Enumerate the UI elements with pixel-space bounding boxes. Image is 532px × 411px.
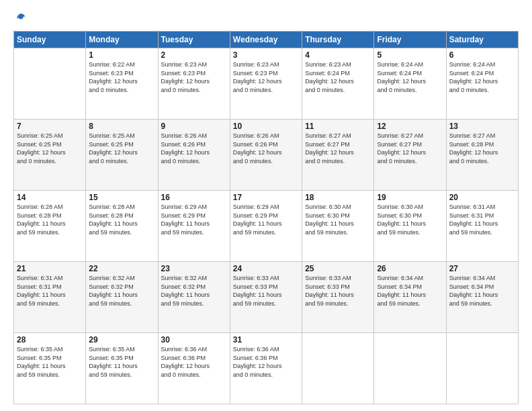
calendar-cell: 14Sunrise: 6:28 AM Sunset: 6:28 PM Dayli… — [14, 191, 86, 262]
calendar-cell — [446, 333, 518, 404]
calendar-header-tuesday: Tuesday — [158, 32, 230, 48]
calendar-week-row: 1Sunrise: 6:22 AM Sunset: 6:23 PM Daylig… — [14, 48, 519, 120]
calendar-cell: 10Sunrise: 6:26 AM Sunset: 6:26 PM Dayli… — [230, 120, 302, 191]
day-info: Sunrise: 6:29 AM Sunset: 6:29 PM Dayligh… — [161, 203, 227, 236]
calendar-cell: 12Sunrise: 6:27 AM Sunset: 6:27 PM Dayli… — [374, 120, 446, 191]
day-info: Sunrise: 6:35 AM Sunset: 6:35 PM Dayligh… — [17, 345, 83, 379]
calendar-cell: 15Sunrise: 6:28 AM Sunset: 6:28 PM Dayli… — [86, 191, 158, 262]
day-info: Sunrise: 6:34 AM Sunset: 6:34 PM Dayligh… — [377, 274, 443, 308]
day-info: Sunrise: 6:23 AM Sunset: 6:23 PM Dayligh… — [233, 60, 299, 94]
calendar-cell — [302, 333, 374, 404]
calendar-week-row: 28Sunrise: 6:35 AM Sunset: 6:35 PM Dayli… — [14, 333, 519, 404]
day-info: Sunrise: 6:28 AM Sunset: 6:28 PM Dayligh… — [89, 203, 154, 236]
day-number: 16 — [161, 193, 227, 202]
calendar-cell: 18Sunrise: 6:30 AM Sunset: 6:30 PM Dayli… — [302, 191, 374, 262]
calendar-week-row: 21Sunrise: 6:31 AM Sunset: 6:31 PM Dayli… — [14, 262, 519, 333]
calendar-cell: 28Sunrise: 6:35 AM Sunset: 6:35 PM Dayli… — [14, 333, 86, 404]
calendar-cell: 20Sunrise: 6:31 AM Sunset: 6:31 PM Dayli… — [446, 191, 518, 262]
calendar-cell: 3Sunrise: 6:23 AM Sunset: 6:23 PM Daylig… — [230, 48, 302, 120]
calendar-header-friday: Friday — [374, 32, 446, 48]
day-number: 18 — [305, 193, 371, 202]
calendar-cell: 5Sunrise: 6:24 AM Sunset: 6:24 PM Daylig… — [374, 48, 446, 120]
day-number: 9 — [161, 122, 227, 131]
day-number: 5 — [377, 50, 443, 60]
day-number: 30 — [161, 335, 227, 345]
day-number: 29 — [89, 335, 154, 345]
day-info: Sunrise: 6:32 AM Sunset: 6:32 PM Dayligh… — [89, 274, 154, 308]
day-number: 4 — [305, 50, 371, 60]
calendar-cell: 2Sunrise: 6:23 AM Sunset: 6:23 PM Daylig… — [158, 48, 230, 120]
day-info: Sunrise: 6:27 AM Sunset: 6:27 PM Dayligh… — [305, 132, 371, 165]
calendar-cell: 29Sunrise: 6:35 AM Sunset: 6:35 PM Dayli… — [86, 333, 158, 404]
day-info: Sunrise: 6:24 AM Sunset: 6:24 PM Dayligh… — [377, 60, 443, 94]
calendar-week-row: 14Sunrise: 6:28 AM Sunset: 6:28 PM Dayli… — [14, 191, 519, 262]
day-number: 13 — [449, 122, 515, 131]
calendar-header-monday: Monday — [86, 32, 158, 48]
calendar-cell: 4Sunrise: 6:23 AM Sunset: 6:24 PM Daylig… — [302, 48, 374, 120]
day-info: Sunrise: 6:25 AM Sunset: 6:25 PM Dayligh… — [89, 132, 154, 165]
day-info: Sunrise: 6:36 AM Sunset: 6:36 PM Dayligh… — [161, 345, 227, 379]
day-number: 31 — [233, 335, 299, 345]
calendar-cell: 6Sunrise: 6:24 AM Sunset: 6:24 PM Daylig… — [446, 48, 518, 120]
day-info: Sunrise: 6:22 AM Sunset: 6:23 PM Dayligh… — [89, 60, 154, 94]
day-number: 20 — [449, 193, 515, 202]
calendar-cell: 11Sunrise: 6:27 AM Sunset: 6:27 PM Dayli… — [302, 120, 374, 191]
day-info: Sunrise: 6:25 AM Sunset: 6:25 PM Dayligh… — [17, 132, 83, 165]
calendar-table: SundayMondayTuesdayWednesdayThursdayFrid… — [13, 31, 519, 404]
day-info: Sunrise: 6:35 AM Sunset: 6:35 PM Dayligh… — [89, 345, 154, 379]
day-number: 12 — [377, 122, 443, 131]
calendar-cell: 17Sunrise: 6:29 AM Sunset: 6:29 PM Dayli… — [230, 191, 302, 262]
calendar-cell: 30Sunrise: 6:36 AM Sunset: 6:36 PM Dayli… — [158, 333, 230, 404]
page: SundayMondayTuesdayWednesdayThursdayFrid… — [0, 0, 532, 411]
calendar-header-sunday: Sunday — [14, 32, 86, 48]
day-number: 26 — [377, 264, 443, 273]
calendar-cell: 9Sunrise: 6:26 AM Sunset: 6:26 PM Daylig… — [158, 120, 230, 191]
day-info: Sunrise: 6:24 AM Sunset: 6:24 PM Dayligh… — [449, 60, 515, 94]
day-info: Sunrise: 6:32 AM Sunset: 6:32 PM Dayligh… — [161, 274, 227, 308]
calendar-cell: 23Sunrise: 6:32 AM Sunset: 6:32 PM Dayli… — [158, 262, 230, 333]
day-info: Sunrise: 6:26 AM Sunset: 6:26 PM Dayligh… — [161, 132, 227, 165]
day-info: Sunrise: 6:23 AM Sunset: 6:24 PM Dayligh… — [305, 60, 371, 94]
calendar-cell: 25Sunrise: 6:33 AM Sunset: 6:33 PM Dayli… — [302, 262, 374, 333]
day-number: 7 — [17, 122, 83, 131]
calendar-cell: 21Sunrise: 6:31 AM Sunset: 6:31 PM Dayli… — [14, 262, 86, 333]
day-info: Sunrise: 6:30 AM Sunset: 6:30 PM Dayligh… — [305, 203, 371, 236]
calendar-body: 1Sunrise: 6:22 AM Sunset: 6:23 PM Daylig… — [14, 48, 519, 404]
day-info: Sunrise: 6:28 AM Sunset: 6:28 PM Dayligh… — [17, 203, 83, 236]
day-number: 15 — [89, 193, 154, 202]
logo-text — [13, 12, 27, 24]
day-number: 28 — [17, 335, 83, 345]
calendar-cell — [374, 333, 446, 404]
calendar-header-wednesday: Wednesday — [230, 32, 302, 48]
day-info: Sunrise: 6:26 AM Sunset: 6:26 PM Dayligh… — [233, 132, 299, 165]
calendar-cell: 1Sunrise: 6:22 AM Sunset: 6:23 PM Daylig… — [86, 48, 158, 120]
calendar-cell: 13Sunrise: 6:27 AM Sunset: 6:28 PM Dayli… — [446, 120, 518, 191]
day-info: Sunrise: 6:31 AM Sunset: 6:31 PM Dayligh… — [17, 274, 83, 308]
calendar-cell: 7Sunrise: 6:25 AM Sunset: 6:25 PM Daylig… — [14, 120, 86, 191]
day-number: 23 — [161, 264, 227, 273]
day-number: 2 — [161, 50, 227, 60]
day-number: 10 — [233, 122, 299, 131]
calendar-cell — [14, 48, 86, 120]
logo-bird-icon — [15, 12, 27, 24]
day-number: 21 — [17, 264, 83, 273]
day-number: 11 — [305, 122, 371, 131]
day-info: Sunrise: 6:30 AM Sunset: 6:30 PM Dayligh… — [377, 203, 443, 236]
day-info: Sunrise: 6:23 AM Sunset: 6:23 PM Dayligh… — [161, 60, 227, 94]
day-number: 14 — [17, 193, 83, 202]
day-number: 27 — [449, 264, 515, 273]
calendar-cell: 22Sunrise: 6:32 AM Sunset: 6:32 PM Dayli… — [86, 262, 158, 333]
calendar-header-thursday: Thursday — [302, 32, 374, 48]
calendar-cell: 31Sunrise: 6:36 AM Sunset: 6:36 PM Dayli… — [230, 333, 302, 404]
logo — [13, 12, 27, 24]
day-info: Sunrise: 6:34 AM Sunset: 6:34 PM Dayligh… — [449, 274, 515, 308]
day-info: Sunrise: 6:29 AM Sunset: 6:29 PM Dayligh… — [233, 203, 299, 236]
calendar-header-saturday: Saturday — [446, 32, 518, 48]
day-info: Sunrise: 6:33 AM Sunset: 6:33 PM Dayligh… — [233, 274, 299, 308]
day-number: 22 — [89, 264, 154, 273]
day-info: Sunrise: 6:36 AM Sunset: 6:36 PM Dayligh… — [233, 345, 299, 379]
day-number: 17 — [233, 193, 299, 202]
day-info: Sunrise: 6:33 AM Sunset: 6:33 PM Dayligh… — [305, 274, 371, 308]
calendar-cell: 24Sunrise: 6:33 AM Sunset: 6:33 PM Dayli… — [230, 262, 302, 333]
calendar-cell: 19Sunrise: 6:30 AM Sunset: 6:30 PM Dayli… — [374, 191, 446, 262]
